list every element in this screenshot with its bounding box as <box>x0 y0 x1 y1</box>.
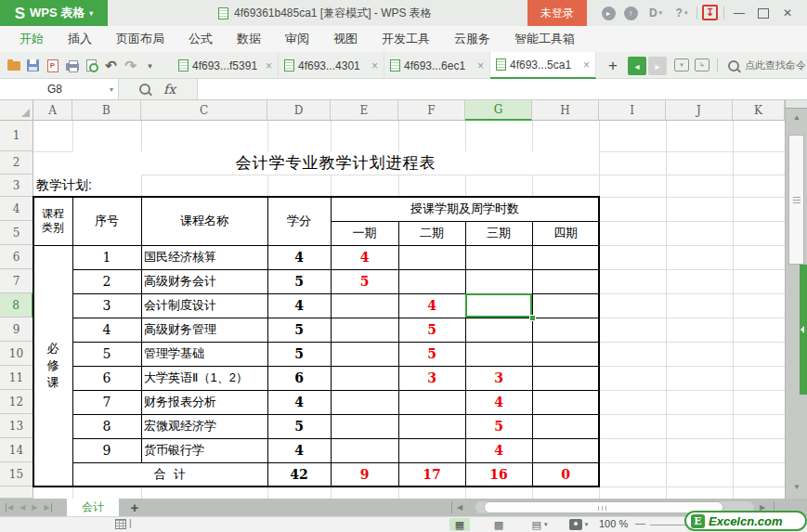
vertical-scroll-thumb[interactable] <box>788 135 804 265</box>
cell-F5[interactable]: 二期 <box>398 221 465 245</box>
cell-C12[interactable]: 财务报表分析 <box>141 390 267 414</box>
side-panel-collapse-tab[interactable] <box>800 265 807 395</box>
row-header-10[interactable]: 10 <box>0 342 33 366</box>
open-file-button[interactable] <box>4 56 23 75</box>
cell-D11[interactable]: 6 <box>267 366 331 390</box>
prev-sheet-icon[interactable]: ◀ <box>20 503 25 512</box>
cell-D15[interactable]: 42 <box>267 462 331 487</box>
row-header-2[interactable]: 2 <box>0 151 33 175</box>
print-button[interactable] <box>62 56 82 75</box>
cell-C6[interactable]: 国民经济核算 <box>141 245 267 269</box>
row-header-9[interactable]: 9 <box>0 318 33 342</box>
cell-D10[interactable]: 5 <box>267 342 331 366</box>
column-header-D[interactable]: D <box>267 100 331 121</box>
doc-tab[interactable]: 4f693...6ec1× <box>384 52 490 79</box>
cell-D12[interactable]: 4 <box>267 390 331 414</box>
menu-item-智能工具箱[interactable]: 智能工具箱 <box>502 26 587 52</box>
first-sheet-icon[interactable]: ◀ <box>6 503 13 512</box>
cell-E4[interactable]: 授课学期及周学时数 <box>331 197 599 221</box>
cell-D13[interactable]: 5 <box>267 414 331 438</box>
cell-B2[interactable]: 会计学专业教学计划进程表 <box>72 151 599 175</box>
cell-D7[interactable]: 5 <box>267 269 331 293</box>
cell-A6[interactable]: 必修课 <box>33 245 72 487</box>
close-tab-icon[interactable]: × <box>477 59 484 72</box>
theme-menu-button[interactable]: D▾ <box>644 0 668 26</box>
cell-G15[interactable]: 16 <box>465 462 532 487</box>
close-tab-icon[interactable]: × <box>371 59 378 72</box>
cell-B14[interactable]: 9 <box>72 438 141 462</box>
upgrade-button[interactable]: ↑ <box>621 0 640 26</box>
row-header-7[interactable]: 7 <box>0 269 33 293</box>
menu-item-开发工具[interactable]: 开发工具 <box>370 26 442 52</box>
maximize-button[interactable] <box>752 0 774 26</box>
select-all-corner[interactable] <box>0 100 33 121</box>
normal-view-button[interactable]: ▦ <box>449 518 470 531</box>
zoom-level[interactable]: 100 % <box>599 518 628 529</box>
doc-tab[interactable]: 4f693...f5391× <box>173 52 279 79</box>
cell-D6[interactable]: 4 <box>267 245 331 269</box>
cell-H5[interactable]: 四期 <box>532 221 599 245</box>
cell-F15[interactable]: 17 <box>398 462 465 487</box>
cell-B10[interactable]: 5 <box>72 342 141 366</box>
column-header-J[interactable]: J <box>666 100 733 121</box>
add-sheet-button[interactable]: + <box>124 499 145 516</box>
formula-input[interactable] <box>197 79 807 99</box>
wps-logo-button[interactable]: S WPS 表格 ▾ <box>0 0 108 26</box>
row-header-15[interactable]: 15 <box>0 462 33 487</box>
next-tab-button[interactable]: ▸ <box>648 57 667 75</box>
name-box[interactable]: G8 ▾ <box>0 79 119 99</box>
cell-B7[interactable]: 2 <box>72 269 141 293</box>
page-layout-view-button[interactable]: ▤▾ <box>526 518 553 531</box>
cell-F11[interactable]: 3 <box>398 366 465 390</box>
page-break-view-button[interactable]: ▩ <box>488 518 509 531</box>
reading-view-button[interactable]: ▾ <box>565 518 592 531</box>
row-header-6[interactable]: 6 <box>0 245 33 269</box>
cell-C13[interactable]: 宏微观经济学 <box>141 414 267 438</box>
menu-item-审阅[interactable]: 审阅 <box>273 26 321 52</box>
column-header-A[interactable]: A <box>33 100 72 121</box>
column-header-F[interactable]: F <box>398 100 465 121</box>
cell-G14[interactable]: 4 <box>465 438 532 462</box>
cell-A3[interactable]: 教学计划: <box>33 175 141 197</box>
column-header-H[interactable]: H <box>532 100 599 121</box>
doc-tab[interactable]: 4f693...4301× <box>279 52 384 79</box>
row-header-3[interactable]: 3 <box>0 175 33 197</box>
minimize-button[interactable]: — <box>728 0 750 26</box>
share-button[interactable]: ↳ <box>695 58 709 71</box>
split-handle[interactable] <box>786 100 807 109</box>
cell-B13[interactable]: 8 <box>72 414 141 438</box>
row-header-5[interactable]: 5 <box>0 221 33 245</box>
menu-item-公式[interactable]: 公式 <box>176 26 225 52</box>
previous-tab-button[interactable]: ◂ <box>628 57 646 75</box>
zoom-out-button[interactable]: — <box>635 517 645 528</box>
menu-item-开始[interactable]: 开始 <box>7 26 56 52</box>
row-header-13[interactable]: 13 <box>0 414 33 438</box>
menu-item-数据[interactable]: 数据 <box>225 26 273 52</box>
cell-F9[interactable]: 5 <box>398 318 465 342</box>
cell-E5[interactable]: 一期 <box>331 221 398 245</box>
undo-button[interactable]: ↶ <box>101 56 121 75</box>
cell-A4[interactable]: 课程类别 <box>33 197 72 245</box>
cell-D14[interactable]: 4 <box>267 438 331 462</box>
cell-C11[interactable]: 大学英语Ⅱ（1、2） <box>141 366 267 390</box>
row-header-14[interactable]: 14 <box>0 438 33 462</box>
cell-D4[interactable]: 学分 <box>267 197 331 245</box>
cell-B8[interactable]: 3 <box>72 293 141 318</box>
cell-E15[interactable]: 9 <box>331 462 398 487</box>
menu-item-页面布局[interactable]: 页面布局 <box>104 26 176 52</box>
cell-G11[interactable]: 3 <box>465 366 532 390</box>
column-header-G[interactable]: G <box>465 100 532 121</box>
column-header-E[interactable]: E <box>331 100 398 121</box>
menu-item-插入[interactable]: 插入 <box>56 26 104 52</box>
cell-B15[interactable]: 合计 <box>72 462 267 487</box>
cell-G13[interactable]: 5 <box>465 414 532 438</box>
cell-G12[interactable]: 4 <box>465 390 532 414</box>
cell-C7[interactable]: 高级财务会计 <box>141 269 267 293</box>
cell-B6[interactable]: 1 <box>72 245 141 269</box>
insert-function-search-icon[interactable] <box>139 84 150 95</box>
download-button[interactable]: ↧ <box>702 5 718 20</box>
close-tab-icon[interactable]: × <box>266 59 272 72</box>
cell-F8[interactable]: 4 <box>398 293 465 318</box>
next-sheet-icon[interactable]: ▶ <box>32 503 37 512</box>
column-header-K[interactable]: K <box>733 100 785 121</box>
